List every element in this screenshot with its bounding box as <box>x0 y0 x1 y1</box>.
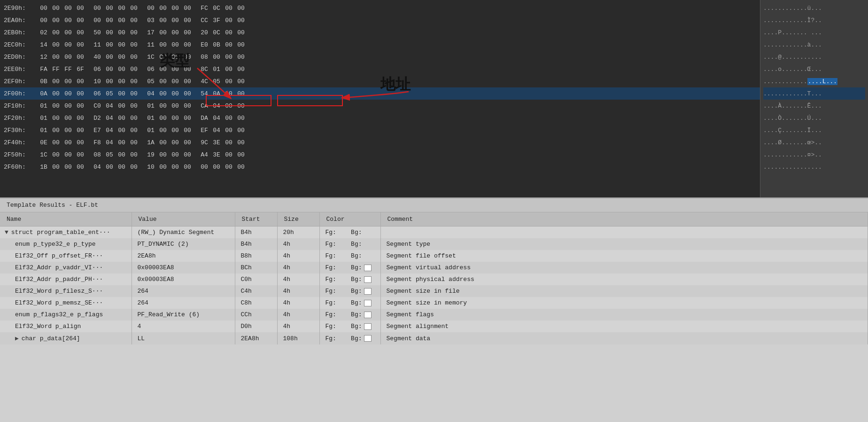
hex-byte[interactable]: 00 <box>170 139 180 146</box>
table-row[interactable]: Elf32_Word p_align4D0h4hFg: Bg:Segment a… <box>0 320 868 332</box>
hex-byte[interactable]: 00 <box>182 41 193 48</box>
hex-byte[interactable]: 00 <box>63 127 73 134</box>
hex-byte[interactable]: 00 <box>75 151 85 158</box>
hex-byte[interactable]: 00 <box>158 29 168 36</box>
hex-byte[interactable]: 00 <box>129 54 139 61</box>
hex-byte[interactable]: 00 <box>51 41 61 48</box>
hex-byte[interactable]: 00 <box>158 78 168 85</box>
hex-byte[interactable]: C0 <box>92 102 102 109</box>
hex-byte[interactable]: 00 <box>129 90 139 97</box>
hex-byte[interactable]: 04 <box>104 102 115 109</box>
hex-byte[interactable]: 11 <box>146 41 156 48</box>
hex-byte[interactable]: CA <box>199 102 209 109</box>
hex-byte[interactable]: 00 <box>170 17 180 24</box>
hex-byte[interactable]: 00 <box>224 164 234 171</box>
hex-byte[interactable]: 00 <box>129 151 139 158</box>
table-row[interactable]: Elf32_Word p_filesz_S···264C4h4hFg: Bg:S… <box>0 285 868 297</box>
hex-byte[interactable]: 00 <box>224 127 234 134</box>
hex-byte[interactable]: 00 <box>129 115 139 122</box>
hex-byte[interactable]: 00 <box>224 139 234 146</box>
hex-byte[interactable]: 00 <box>75 5 85 12</box>
hex-byte[interactable]: 04 <box>104 115 115 122</box>
hex-byte[interactable]: 00 <box>51 54 61 61</box>
hex-byte[interactable]: 00 <box>51 102 61 109</box>
hex-byte[interactable]: 04 <box>211 127 222 134</box>
hex-byte[interactable]: 10 <box>92 78 102 85</box>
hex-byte[interactable]: 00 <box>63 90 73 97</box>
hex-byte[interactable]: 00 <box>129 5 139 12</box>
hex-byte[interactable]: 00 <box>236 5 246 12</box>
hex-byte[interactable]: 00 <box>236 102 246 109</box>
hex-byte[interactable]: 00 <box>158 41 168 48</box>
hex-byte[interactable]: 01 <box>146 127 156 134</box>
hex-byte[interactable]: 00 <box>224 41 234 48</box>
hex-byte[interactable]: 05 <box>211 78 222 85</box>
hex-byte[interactable]: 00 <box>158 102 168 109</box>
hex-row[interactable]: 2F00h:0A0000000605000004000000540A0000 <box>0 87 760 100</box>
hex-byte[interactable]: 00 <box>63 102 73 109</box>
hex-byte[interactable]: 00 <box>75 29 85 36</box>
table-row[interactable]: enum p_type32_e p_typePT_DYNAMIC (2)B4h4… <box>0 238 868 250</box>
hex-byte[interactable]: 00 <box>129 66 139 73</box>
hex-byte[interactable]: 00 <box>75 17 85 24</box>
hex-byte[interactable]: 00 <box>51 139 61 146</box>
hex-byte[interactable]: 00 <box>75 78 85 85</box>
hex-byte[interactable]: 00 <box>116 66 127 73</box>
hex-byte[interactable]: 00 <box>129 102 139 109</box>
hex-byte[interactable]: 01 <box>146 115 156 122</box>
hex-byte[interactable]: 3F <box>211 17 222 24</box>
hex-byte[interactable]: 50 <box>92 29 102 36</box>
hex-byte[interactable]: 08 <box>199 54 209 61</box>
hex-byte[interactable]: 00 <box>236 90 246 97</box>
table-row[interactable]: ▼struct program_table_ent···(RW_) Dynami… <box>0 227 868 239</box>
hex-byte[interactable]: 1B <box>39 164 49 171</box>
hex-byte[interactable]: 00 <box>63 139 73 146</box>
hex-row[interactable]: 2EF0h:0B00000010000000050000004C050000 <box>0 75 760 87</box>
template-table-wrapper[interactable]: Name Value Start Size Color Comment ▼str… <box>0 212 868 422</box>
hex-byte[interactable]: 00 <box>39 17 49 24</box>
hex-byte[interactable]: 00 <box>51 127 61 134</box>
hex-byte[interactable]: 06 <box>146 66 156 73</box>
hex-byte[interactable]: 00 <box>51 164 61 171</box>
table-row[interactable]: Elf32_Word p_memsz_SE···264C8h4hFg: Bg:S… <box>0 297 868 309</box>
hex-byte[interactable]: 00 <box>116 102 127 109</box>
hex-byte[interactable]: 00 <box>158 164 168 171</box>
hex-byte[interactable]: 00 <box>63 78 73 85</box>
hex-row[interactable]: 2EC0h:140000001100000011000000E00B0000 <box>0 39 760 51</box>
hex-byte[interactable]: 3E <box>211 151 222 158</box>
hex-byte[interactable]: E7 <box>92 127 102 134</box>
hex-byte[interactable]: 00 <box>129 127 139 134</box>
hex-byte[interactable]: 20 <box>199 29 209 36</box>
hex-byte[interactable]: 00 <box>92 5 102 12</box>
hex-byte[interactable]: 00 <box>170 102 180 109</box>
hex-byte[interactable]: 05 <box>146 78 156 85</box>
hex-byte[interactable]: 00 <box>75 164 85 171</box>
hex-byte[interactable]: 0B <box>211 41 222 48</box>
hex-byte[interactable]: 00 <box>104 66 115 73</box>
hex-byte[interactable]: 06 <box>92 90 102 97</box>
hex-byte[interactable]: FC <box>199 5 209 12</box>
hex-byte[interactable]: 00 <box>129 29 139 36</box>
hex-byte[interactable]: 00 <box>182 139 193 146</box>
hex-byte[interactable]: 00 <box>104 5 115 12</box>
hex-byte[interactable]: 0C <box>211 29 222 36</box>
hex-byte[interactable]: 04 <box>211 102 222 109</box>
hex-byte[interactable]: 00 <box>104 78 115 85</box>
hex-byte[interactable]: 00 <box>236 54 246 61</box>
hex-byte[interactable]: 00 <box>116 164 127 171</box>
hex-byte[interactable]: 00 <box>182 78 193 85</box>
hex-byte[interactable]: 04 <box>211 115 222 122</box>
hex-byte[interactable]: 00 <box>236 115 246 122</box>
hex-byte[interactable]: 00 <box>170 5 180 12</box>
hex-byte[interactable]: 01 <box>39 127 49 134</box>
hex-byte[interactable]: 6F <box>75 66 85 73</box>
hex-byte[interactable]: 8C <box>199 66 209 73</box>
hex-byte[interactable]: 00 <box>51 90 61 97</box>
hex-row[interactable]: 2F40h:0E000000F80400001A0000009C3E0000 <box>0 136 760 148</box>
hex-byte[interactable]: FF <box>63 66 73 73</box>
hex-byte[interactable]: DA <box>199 115 209 122</box>
hex-byte[interactable]: 00 <box>158 5 168 12</box>
hex-byte[interactable]: 00 <box>158 17 168 24</box>
hex-byte[interactable]: 00 <box>75 54 85 61</box>
hex-byte[interactable]: 00 <box>199 164 209 171</box>
